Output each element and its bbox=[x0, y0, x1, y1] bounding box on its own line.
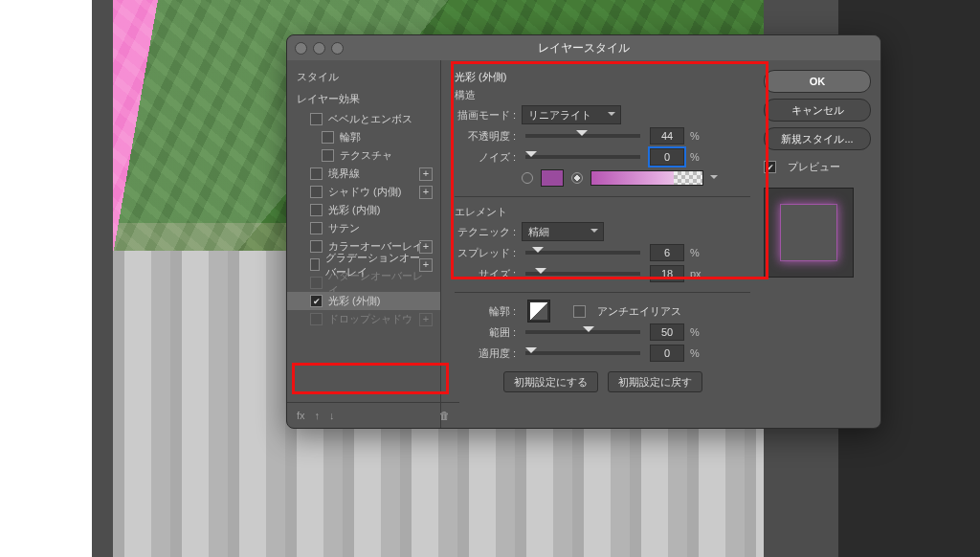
anti-alias-label: アンチエイリアス bbox=[597, 304, 681, 319]
spread-input[interactable]: 6 bbox=[650, 244, 684, 261]
size-label: サイズ : bbox=[455, 267, 516, 281]
range-input[interactable]: 50 bbox=[650, 323, 684, 341]
spread-slider[interactable] bbox=[525, 251, 640, 255]
checkbox[interactable] bbox=[310, 258, 320, 271]
style-item-stroke[interactable]: 境界線+ bbox=[287, 165, 440, 183]
opacity-label: 不透明度 : bbox=[455, 129, 516, 144]
checkbox[interactable] bbox=[310, 277, 323, 289]
preview-checkbox[interactable] bbox=[764, 161, 776, 173]
style-item-pattern-overlay[interactable]: パターンオーバーレイ bbox=[287, 274, 440, 292]
style-item-inner-shadow[interactable]: シャドウ (内側)+ bbox=[287, 183, 440, 201]
preview-label: プレビュー bbox=[788, 160, 840, 174]
make-default-button[interactable]: 初期設定にする bbox=[503, 371, 598, 392]
structure-heading: 構造 bbox=[455, 88, 750, 102]
add-icon[interactable]: + bbox=[419, 186, 433, 199]
reset-default-button[interactable]: 初期設定に戻す bbox=[608, 371, 702, 392]
checkbox[interactable] bbox=[310, 204, 323, 216]
checkbox[interactable] bbox=[310, 295, 323, 307]
elements-heading: エレメント bbox=[455, 205, 750, 219]
checkbox[interactable] bbox=[322, 149, 334, 162]
blend-mode-select[interactable]: リニアライト bbox=[522, 105, 621, 124]
new-style-button[interactable]: 新規スタイル... bbox=[764, 127, 871, 150]
checkbox[interactable] bbox=[310, 167, 323, 180]
styles-footer: fx ↑ ↓ 🗑 bbox=[287, 402, 459, 428]
dialog-actions: OK キャンセル 新規スタイル... プレビュー bbox=[764, 60, 880, 428]
outer-glow-settings: 光彩 (外側) 構造 描画モード : リニアライト 不透明度 : 44 % ノイ… bbox=[441, 60, 764, 428]
style-item-bevel-emboss[interactable]: ベベルとエンボス bbox=[287, 110, 440, 128]
technique-label: テクニック : bbox=[455, 225, 516, 239]
checkbox[interactable] bbox=[310, 313, 323, 325]
style-item-texture[interactable]: テクスチャ bbox=[287, 146, 440, 165]
layer-style-dialog: レイヤースタイル スタイル レイヤー効果 ベベルとエンボス 輪郭 テクスチャ 境… bbox=[286, 34, 881, 429]
gradient-radio[interactable] bbox=[571, 172, 583, 184]
cancel-button[interactable]: キャンセル bbox=[764, 99, 871, 122]
style-item-contour[interactable]: 輪郭 bbox=[287, 128, 440, 146]
window-controls[interactable] bbox=[295, 42, 344, 55]
opacity-input[interactable]: 44 bbox=[650, 127, 684, 145]
preview-thumbnail bbox=[764, 188, 854, 278]
contour-picker[interactable] bbox=[527, 300, 550, 323]
checkbox[interactable] bbox=[310, 186, 323, 198]
opacity-slider[interactable] bbox=[525, 134, 640, 138]
noise-label: ノイズ : bbox=[455, 150, 516, 165]
range-slider[interactable] bbox=[525, 330, 640, 334]
move-up-icon[interactable]: ↑ bbox=[315, 410, 321, 421]
checkbox[interactable] bbox=[322, 131, 334, 144]
size-slider[interactable] bbox=[525, 272, 640, 276]
color-swatch[interactable] bbox=[541, 169, 564, 187]
checkbox[interactable] bbox=[310, 240, 323, 253]
add-icon[interactable]: + bbox=[419, 313, 433, 326]
section-title: 光彩 (外側) bbox=[455, 70, 750, 84]
style-item-drop-shadow[interactable]: ドロップシャドウ+ bbox=[287, 310, 440, 328]
dialog-title: レイヤースタイル bbox=[538, 41, 630, 55]
jitter-input[interactable]: 0 bbox=[650, 345, 684, 362]
fx-menu-icon[interactable]: fx bbox=[297, 410, 305, 421]
add-icon[interactable]: + bbox=[419, 167, 433, 181]
styles-panel: スタイル レイヤー効果 ベベルとエンボス 輪郭 テクスチャ 境界線+ シャドウ … bbox=[287, 60, 441, 428]
style-item-satin[interactable]: サテン bbox=[287, 219, 440, 237]
blend-mode-label: 描画モード : bbox=[455, 108, 516, 123]
noise-slider[interactable] bbox=[525, 155, 640, 159]
dialog-titlebar[interactable]: レイヤースタイル bbox=[287, 35, 880, 60]
anti-alias-checkbox[interactable] bbox=[573, 305, 586, 318]
style-item-inner-glow[interactable]: 光彩 (内側) bbox=[287, 201, 440, 219]
technique-select[interactable]: 精細 bbox=[522, 222, 604, 241]
jitter-label: 適用度 : bbox=[455, 346, 516, 361]
checkbox[interactable] bbox=[310, 222, 323, 234]
jitter-slider[interactable] bbox=[525, 351, 640, 355]
range-label: 範囲 : bbox=[455, 325, 516, 340]
ok-button[interactable]: OK bbox=[764, 70, 871, 93]
gradient-picker[interactable] bbox=[590, 170, 703, 186]
noise-input[interactable]: 0 bbox=[650, 148, 684, 166]
spread-label: スプレッド : bbox=[455, 246, 516, 260]
color-radio[interactable] bbox=[522, 172, 533, 184]
contour-label: 輪郭 : bbox=[455, 304, 516, 319]
styles-header[interactable]: スタイル bbox=[287, 66, 440, 88]
style-item-outer-glow[interactable]: 光彩 (外側) bbox=[287, 292, 440, 310]
size-input[interactable]: 18 bbox=[650, 265, 684, 282]
checkbox[interactable] bbox=[310, 113, 323, 125]
move-down-icon[interactable]: ↓ bbox=[329, 410, 335, 421]
layer-effects-header[interactable]: レイヤー効果 bbox=[287, 88, 440, 110]
